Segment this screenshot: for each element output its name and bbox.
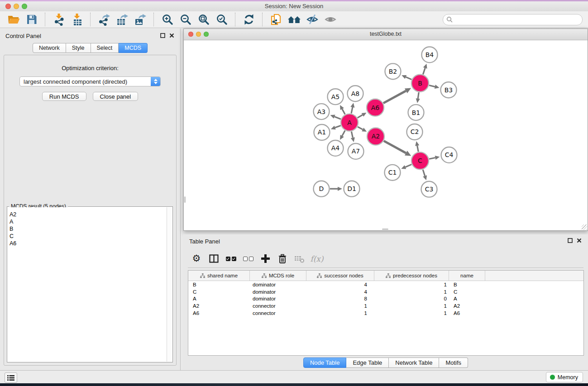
add-column-button[interactable] bbox=[257, 252, 274, 266]
graph-edge-A-A1[interactable] bbox=[335, 126, 341, 128]
tab-node-table[interactable]: Node Table bbox=[303, 357, 347, 368]
hide-selected-button[interactable] bbox=[303, 12, 321, 27]
import-table-button[interactable] bbox=[68, 12, 86, 27]
close-panel-button[interactable]: Close panel bbox=[93, 92, 139, 101]
table-cell[interactable]: 1 bbox=[374, 289, 449, 295]
table-cell[interactable]: B bbox=[449, 282, 485, 287]
table-cell[interactable]: 1 bbox=[374, 310, 449, 316]
function-builder-button[interactable]: f(x) bbox=[308, 252, 325, 266]
zoom-fit-button[interactable] bbox=[195, 12, 213, 27]
column-header-shared-name[interactable]: shared name bbox=[188, 271, 250, 281]
graph-edge-A6-B[interactable] bbox=[383, 91, 406, 103]
run-mcds-button[interactable]: Run MCDS bbox=[42, 92, 86, 101]
table-cell[interactable]: connector bbox=[250, 310, 306, 316]
table-cell[interactable]: 4 bbox=[306, 289, 374, 295]
table-cell[interactable]: 1 bbox=[306, 310, 374, 316]
mcds-result-item[interactable]: A bbox=[8, 218, 172, 225]
mcds-result-item[interactable]: C bbox=[8, 233, 172, 240]
graph-edge-A-A3[interactable] bbox=[335, 117, 341, 119]
criterion-dropdown[interactable]: largest connected component (directed) bbox=[19, 76, 161, 86]
export-image-button[interactable] bbox=[131, 12, 149, 27]
close-panel-icon[interactable] bbox=[169, 33, 175, 38]
tab-edge-table[interactable]: Edge Table bbox=[346, 357, 389, 368]
graph-edge-B-B4[interactable] bbox=[423, 68, 425, 74]
graph-edge-A2-C[interactable] bbox=[384, 141, 406, 153]
export-table-button[interactable] bbox=[113, 12, 131, 27]
column-header-predecessor-nodes[interactable]: predecessor nodes bbox=[374, 271, 449, 281]
task-history-button[interactable] bbox=[5, 372, 17, 383]
table-row[interactable]: A2connector11A2 bbox=[188, 302, 583, 310]
table-row[interactable]: Adominator80A bbox=[188, 295, 583, 303]
graph-edge-C-C3[interactable] bbox=[423, 170, 425, 176]
column-header-successor-nodes[interactable]: successor nodes bbox=[306, 271, 374, 281]
deselect-all-columns-button[interactable] bbox=[239, 252, 257, 266]
graph-edge-B-B3[interactable] bbox=[429, 86, 435, 87]
tab-mcds[interactable]: MCDS bbox=[119, 43, 148, 53]
select-all-columns-button[interactable] bbox=[222, 252, 239, 266]
table-cell[interactable]: connector bbox=[250, 303, 306, 309]
graph-edge-C-C2[interactable] bbox=[417, 146, 419, 152]
zoom-in-button[interactable] bbox=[158, 12, 177, 27]
search-input[interactable] bbox=[453, 16, 579, 23]
table-settings-button[interactable]: ⚙ bbox=[188, 252, 205, 266]
table-row[interactable]: Bdominator41B bbox=[188, 281, 583, 288]
float-table-panel-icon[interactable] bbox=[567, 238, 573, 243]
graph-edge-A-A6[interactable] bbox=[358, 115, 363, 118]
table-cell[interactable]: dominator bbox=[250, 289, 306, 295]
column-header-MCDS-role[interactable]: MCDS role bbox=[250, 271, 306, 281]
graph-edge-B-B2[interactable] bbox=[406, 77, 411, 80]
tab-network[interactable]: Network bbox=[33, 43, 66, 53]
table-cell[interactable]: dominator bbox=[250, 282, 306, 287]
table-cell[interactable]: B bbox=[188, 282, 250, 287]
table-cell[interactable]: 1 bbox=[374, 282, 449, 287]
table-cell[interactable]: A6 bbox=[188, 310, 250, 316]
graph-edge-A-A5[interactable] bbox=[342, 109, 345, 114]
new-network-from-selection-button[interactable] bbox=[267, 12, 285, 27]
table-cell[interactable]: A bbox=[188, 296, 250, 301]
search-field[interactable] bbox=[443, 14, 583, 25]
graph-edge-A-A4[interactable] bbox=[342, 131, 345, 136]
show-all-networks-button[interactable] bbox=[285, 12, 303, 27]
table-cell[interactable]: 8 bbox=[306, 296, 374, 301]
refresh-view-button[interactable] bbox=[240, 12, 258, 27]
delete-column-button[interactable] bbox=[274, 252, 291, 266]
graph-edge-C-C1[interactable] bbox=[406, 164, 412, 167]
zoom-out-button[interactable] bbox=[177, 12, 195, 27]
tab-network-table[interactable]: Network Table bbox=[389, 357, 439, 368]
close-table-panel-icon[interactable] bbox=[576, 238, 582, 243]
graph-edge-A-A2[interactable] bbox=[358, 127, 363, 129]
table-cell[interactable]: C bbox=[188, 289, 250, 295]
show-column-panel-button[interactable] bbox=[205, 252, 222, 266]
table-cell[interactable]: A6 bbox=[449, 310, 485, 316]
graph-edge-A-A7[interactable] bbox=[351, 132, 353, 138]
delete-table-button[interactable] bbox=[291, 252, 308, 266]
tab-select[interactable]: Select bbox=[91, 43, 119, 53]
memory-button[interactable]: Memory bbox=[546, 372, 583, 382]
table-row[interactable]: A6connector11A6 bbox=[188, 310, 583, 317]
float-panel-icon[interactable] bbox=[160, 33, 166, 38]
open-file-button[interactable] bbox=[5, 12, 23, 27]
table-cell[interactable]: C bbox=[449, 289, 485, 295]
table-cell[interactable]: 1 bbox=[306, 303, 374, 309]
graph-edge-A-A8[interactable] bbox=[351, 107, 353, 113]
table-row[interactable]: Cdominator41C bbox=[188, 288, 583, 295]
table-cell[interactable]: A bbox=[449, 296, 485, 301]
result-list-scrollbar[interactable] bbox=[167, 207, 172, 362]
graph-edge-B-B1[interactable] bbox=[418, 92, 419, 99]
mcds-result-item[interactable]: A2 bbox=[8, 211, 172, 218]
table-cell[interactable]: A2 bbox=[188, 303, 250, 309]
table-cell[interactable]: 4 bbox=[306, 282, 374, 287]
mcds-result-item[interactable]: A6 bbox=[8, 240, 172, 247]
export-network-button[interactable] bbox=[95, 12, 113, 27]
zoom-selected-button[interactable] bbox=[213, 12, 231, 27]
tab-style[interactable]: Style bbox=[66, 43, 91, 53]
network-canvas[interactable]: AA1A2A3A4A5A6A7A8BB1B2B3B4CC1C2C3C4DD1 bbox=[184, 40, 588, 230]
import-network-button[interactable] bbox=[50, 12, 68, 27]
tab-motifs[interactable]: Motifs bbox=[439, 357, 468, 368]
window-resize-grip[interactable] bbox=[582, 224, 587, 230]
graph-edge-C-C4[interactable] bbox=[429, 158, 435, 159]
table-cell[interactable]: dominator bbox=[250, 296, 306, 301]
table-cell[interactable]: 0 bbox=[374, 296, 449, 301]
table-cell[interactable]: A2 bbox=[449, 303, 485, 309]
mcds-result-item[interactable]: B bbox=[8, 225, 172, 233]
